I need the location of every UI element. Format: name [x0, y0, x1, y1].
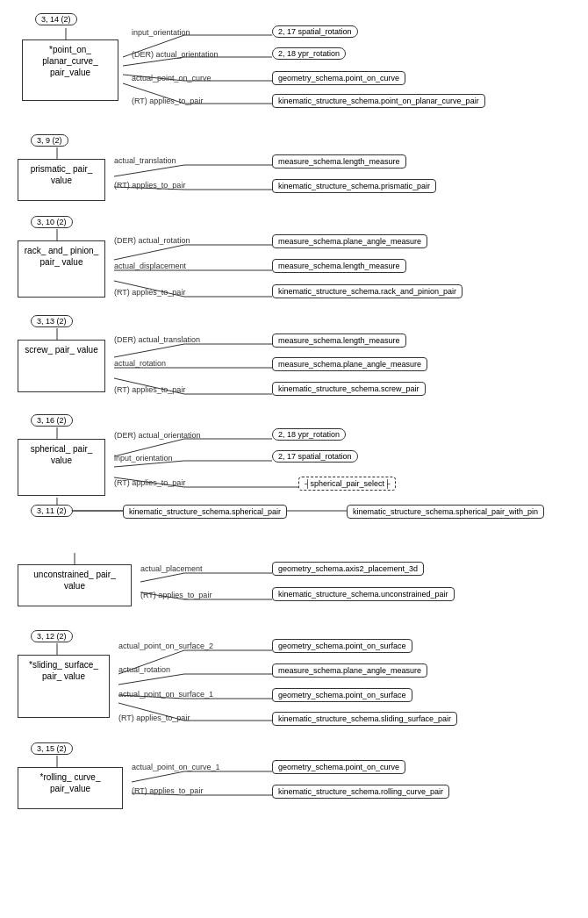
- entity-point-on-planar: *point_on_ planar_curve_ pair_value: [22, 39, 118, 101]
- label-actual-rotation-4: actual_rotation: [114, 359, 166, 368]
- entity-prismatic: prismatic_ pair_ value: [18, 159, 105, 201]
- target-spatial-rotation-1: 2, 17 spatial_rotation: [272, 25, 358, 38]
- entity-rolling-curve: *rolling_ curve_ pair_value: [18, 767, 123, 809]
- target-spherical-select-5: ┤spherical_pair_select├: [298, 477, 396, 491]
- label-rt-applies-3: (RT) applies_to_pair: [114, 288, 185, 297]
- label-actual-pt-surface1-7: actual_point_on_surface_1: [118, 690, 213, 699]
- target-plane-angle-4: measure_schema.plane_angle_measure: [272, 357, 427, 371]
- badge-group4: 3, 13 (2): [31, 315, 73, 327]
- target-sliding-surface-pair-7: kinematic_structure_schema.sliding_surfa…: [272, 712, 457, 726]
- label-actual-pt-surface2-7: actual_point_on_surface_2: [118, 642, 213, 650]
- badge-group2: 3, 9 (2): [31, 134, 68, 147]
- diagram: 3, 14 (2) *point_on_ planar_curve_ pair_…: [9, 9, 579, 808]
- target-ypr-rotation-1: 2, 18 ypr_rotation: [272, 47, 346, 60]
- target-screw-pair-4: kinematic_structure_schema.screw_pair: [272, 382, 426, 396]
- target-axis2-placement-6: geometry_schema.axis2_placement_3d: [272, 562, 424, 576]
- target-spatial-rotation-5: 2, 17 spatial_rotation: [272, 450, 358, 463]
- svg-line-53: [132, 771, 184, 782]
- group-prismatic: 3, 9 (2) prismatic_ pair_ value actual_t…: [9, 130, 579, 204]
- entity-label-rack-pinion: rack_ and_ pinion_ pair_ value: [25, 246, 99, 267]
- svg-line-15: [114, 245, 184, 260]
- entity-label-unconstrained: unconstrained_ pair_ value: [33, 570, 115, 591]
- target-point-on-curve-1: geometry_schema.point_on_curve: [272, 71, 405, 85]
- target-ypr-rotation-5: 2, 18 ypr_rotation: [272, 428, 346, 441]
- label-der-actual-rotation-3: (DER) actual_rotation: [114, 236, 190, 245]
- entity-rack-pinion: rack_ and_ pinion_ pair_ value: [18, 240, 105, 298]
- group-point-on-planar: 3, 14 (2) *point_on_ planar_curve_ pair_…: [9, 9, 579, 123]
- label-rt-applies-8: (RT) applies_to_pair: [132, 786, 203, 795]
- label-input-orientation-5: input_orientation: [114, 454, 173, 463]
- entity-label-sliding-surface: *sliding_ surface_ pair_ value: [29, 660, 98, 681]
- svg-line-45: [118, 674, 184, 685]
- target-prismatic-pair-2: kinematic_structure_schema.prismatic_pai…: [272, 179, 436, 193]
- entity-label-point-on-planar: *point_on_ planar_curve_ pair_value: [42, 45, 97, 77]
- target-length-measure-4: measure_schema.length_measure: [272, 333, 406, 348]
- svg-line-39: [140, 573, 184, 582]
- entity-label-screw: screw_ pair_ value: [25, 345, 97, 355]
- badge-group5: 3, 16 (2): [31, 414, 73, 427]
- target-unconstrained-pair-6: kinematic_structure_schema.unconstrained…: [272, 587, 455, 601]
- target-rack-pinion-pair-3: kinematic_structure_schema.rack_and_pini…: [272, 284, 463, 298]
- group-sliding-surface: 3, 12 (2) *sliding_ surface_ pair_ value…: [9, 626, 579, 731]
- label-actual-point-on-curve-1: actual_point_on_curve: [132, 74, 212, 82]
- entity-label-spherical: spherical_ pair_ value: [31, 444, 93, 465]
- entity-sliding-surface: *sliding_ surface_ pair_ value: [18, 655, 110, 718]
- label-rt-applies-1: (RT) applies_to_pair: [132, 97, 203, 105]
- label-der-actual-orientation-1: (DER) actual_orientation: [132, 50, 219, 59]
- label-actual-rotation-7: actual_rotation: [118, 665, 170, 674]
- group-rack-pinion: 3, 10 (2) rack_ and_ pinion_ pair_ value…: [9, 212, 579, 304]
- group-screw: 3, 13 (2) screw_ pair_ value (DER) actua…: [9, 311, 579, 403]
- entity-label-prismatic: prismatic_ pair_ value: [31, 164, 93, 185]
- target-point-planar-pair-1: kinematic_structure_schema.point_on_plan…: [272, 94, 485, 108]
- group-rolling-curve: 3, 15 (2) *rolling_ curve_ pair_value ac…: [9, 738, 579, 808]
- entity-label-rolling-curve: *rolling_ curve_ pair_value: [40, 772, 101, 793]
- entity-unconstrained: unconstrained_ pair_ value: [18, 564, 132, 606]
- target-plane-angle-3: measure_schema.plane_angle_measure: [272, 234, 427, 248]
- badge-group1: 3, 14 (2): [35, 13, 77, 25]
- label-rt-applies-4: (RT) applies_to_pair: [114, 385, 185, 394]
- target-point-on-surface-7b: geometry_schema.point_on_surface: [272, 688, 412, 702]
- target-length-measure-2: measure_schema.length_measure: [272, 154, 406, 169]
- label-rt-applies-7: (RT) applies_to_pair: [118, 714, 190, 722]
- label-der-actual-orientation-5: (DER) actual_orientation: [114, 431, 201, 440]
- badge-group3: 3, 10 (2): [31, 216, 73, 228]
- svg-line-22: [114, 344, 184, 357]
- label-actual-displacement-3: actual_displacement: [114, 262, 186, 270]
- label-actual-placement-6: actual_placement: [140, 564, 203, 573]
- badge-group7: 3, 12 (2): [31, 630, 73, 642]
- target-spherical-pair-5: kinematic_structure_schema.spherical_pai…: [123, 505, 287, 519]
- label-rt-applies-6: (RT) applies_to_pair: [140, 591, 212, 599]
- target-point-on-curve-8: geometry_schema.point_on_curve: [272, 760, 405, 774]
- badge-group5b: 3, 11 (2): [31, 505, 73, 517]
- label-actual-pt-curve1-8: actual_point_on_curve_1: [132, 763, 220, 771]
- svg-line-10: [114, 165, 184, 176]
- group-spherical: 3, 16 (2) spherical_ pair_ value (DER) a…: [9, 410, 579, 541]
- label-actual-translation-2: actual_translation: [114, 156, 176, 165]
- label-der-actual-translation-4: (DER) actual_translation: [114, 335, 200, 344]
- entity-spherical: spherical_ pair_ value: [18, 439, 105, 496]
- entity-screw: screw_ pair_ value: [18, 340, 105, 392]
- target-spherical-pair-with-pin-5: kinematic_structure_schema.spherical_pai…: [347, 505, 544, 519]
- group-unconstrained: unconstrained_ pair_ value actual_placem…: [9, 549, 579, 619]
- label-input-orientation-1: input_orientation: [132, 28, 190, 37]
- badge-group8: 3, 15 (2): [31, 742, 73, 755]
- target-plane-angle-7: measure_schema.plane_angle_measure: [272, 663, 427, 678]
- target-rolling-curve-pair-8: kinematic_structure_schema.rolling_curve…: [272, 785, 449, 799]
- label-rt-applies-5: (RT) applies_to_pair: [114, 478, 185, 487]
- target-point-on-surface-7a: geometry_schema.point_on_surface: [272, 639, 412, 653]
- target-length-measure-3: measure_schema.length_measure: [272, 259, 406, 273]
- label-rt-applies-2: (RT) applies_to_pair: [114, 181, 185, 190]
